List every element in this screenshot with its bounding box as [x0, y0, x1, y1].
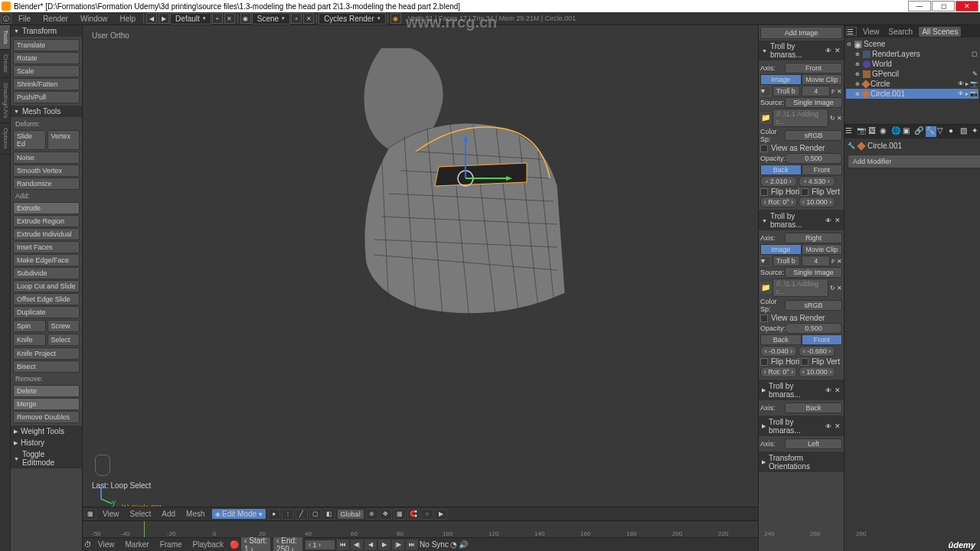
prop-particles-tab-icon[interactable]: ✦ [972, 126, 980, 137]
subdivide-button[interactable]: Subdivide [13, 267, 80, 279]
menu-window[interactable]: Window [74, 15, 114, 23]
img-name-1[interactable]: Troll b [773, 256, 800, 266]
back-0-btn[interactable]: Back [760, 165, 802, 175]
make-edge-face-button[interactable]: Make Edge/Face [13, 254, 80, 266]
screw-button[interactable]: Screw [47, 320, 80, 332]
next-key-icon[interactable]: |▶ [392, 540, 404, 550]
loop-cut-button[interactable]: Loop Cut and Slide [13, 280, 80, 292]
timeline-marker[interactable]: Marker [121, 540, 154, 549]
timeline-icon-a[interactable]: ◔ [450, 540, 457, 549]
view-render-1-check[interactable]: View as Render [760, 314, 842, 322]
menu-view[interactable]: View [98, 510, 124, 518]
tree-world[interactable]: ⊕World [846, 59, 978, 69]
maximize-button[interactable]: ◻ [932, 1, 955, 11]
size-1-field[interactable]: ‹ 10.000 › [799, 367, 835, 377]
play-reverse-icon[interactable]: ◀ [364, 540, 377, 550]
x-1-field[interactable]: ‹ -0.040 › [760, 346, 797, 357]
smooth-vertex-button[interactable]: Smooth Vertex [13, 165, 80, 177]
prop-render-tab-icon[interactable]: 📷 [857, 126, 867, 137]
view3d[interactable]: User Ortho [83, 25, 758, 507]
editor-type-outliner-icon[interactable]: ☰ [846, 27, 857, 36]
tree-gpencil[interactable]: ⊕GPencil✎ [846, 69, 978, 79]
panel-weighttools-header[interactable]: ▶Weight Tools [11, 425, 82, 437]
bgimage-1-header[interactable]: ▼Troll by bmaras...👁✕ [759, 210, 844, 230]
add-image-button[interactable]: Add Image [760, 27, 842, 39]
front-1-btn[interactable]: Front [802, 334, 843, 345]
prop-edit-icon[interactable]: ○ [421, 509, 433, 520]
tab-create[interactable]: Create [0, 50, 10, 78]
limit-sel-icon[interactable]: ◧ [323, 509, 335, 520]
del-scene-icon[interactable]: ✕ [303, 13, 314, 24]
prop-constraints-tab-icon[interactable]: 🔗 [914, 126, 925, 137]
timeline-view[interactable]: View [93, 540, 119, 549]
timeline-icon-b[interactable]: 🔊 [459, 540, 468, 549]
manipulator-icon[interactable]: ✥ [380, 509, 392, 520]
select-face-icon[interactable]: ▢ [309, 509, 322, 520]
knife-project-button[interactable]: Knife Project [13, 347, 80, 360]
tab-image-1[interactable]: Image [760, 244, 802, 255]
editor-type-3d-icon[interactable]: ▦ [84, 509, 96, 520]
transform-orient-header[interactable]: ▶Transform Orientations [759, 452, 844, 472]
outliner-view[interactable]: View [860, 28, 883, 36]
tab-shading[interactable]: Shading/UVs [0, 78, 10, 124]
tab-image-0[interactable]: Image [760, 74, 802, 85]
rewind-start-icon[interactable]: ⏮ [337, 540, 349, 550]
menu-add[interactable]: Add [157, 510, 180, 518]
extrude-region-button[interactable]: Extrude Region [13, 215, 80, 227]
orientation-dropdown[interactable]: Global [337, 509, 364, 520]
x-0-field[interactable]: ‹ 2.010 › [760, 176, 797, 187]
img-browse-0-icon[interactable]: ▾ [760, 86, 771, 96]
file-0-field[interactable]: //..\1.1 Adding r... [773, 109, 828, 127]
fliph-1-check[interactable]: Flip Hori [760, 357, 799, 366]
current-frame-field[interactable]: ‹ 1 › [305, 540, 335, 550]
prop-material-tab-icon[interactable]: ● [949, 126, 959, 137]
panel-history-header[interactable]: ▶History [11, 437, 82, 448]
rotate-button[interactable]: Rotate [13, 52, 80, 64]
shading-solid-icon[interactable]: ● [268, 509, 280, 520]
timeline-track[interactable]: -50 -40 -20 0 20 40 60 80 100 120 140 16… [83, 521, 758, 537]
render-icon[interactable]: ◉ [390, 13, 401, 24]
slide-edge-button[interactable]: Slide Ed [13, 130, 46, 150]
prop-scene-tab-icon[interactable]: ◉ [880, 126, 890, 137]
push-pull-button[interactable]: Push/Pull [13, 91, 80, 103]
panel-meshtools-header[interactable]: ▼Mesh Tools [11, 106, 82, 117]
timeline-cursor[interactable] [144, 521, 145, 537]
tree-circle[interactable]: ⊕Circle👁 ▸ 📷 [846, 79, 978, 89]
flipv-1-check[interactable]: Flip Vert [801, 357, 840, 366]
menu-render[interactable]: Render [37, 15, 74, 23]
prop-data-tab-icon[interactable]: ▽ [937, 126, 948, 137]
outliner-search[interactable]: Search [886, 28, 916, 36]
opacity-0-field[interactable]: 0.500 [785, 153, 842, 164]
play-icon[interactable]: ▶ [378, 540, 390, 550]
tab-options[interactable]: Options [0, 123, 10, 155]
scene-dropdown[interactable]: Scene▾ [252, 13, 290, 24]
close-button[interactable]: ✕ [956, 1, 978, 11]
timeline-frame[interactable]: Frame [155, 540, 187, 549]
delete-button[interactable]: Delete [13, 385, 80, 397]
select-button[interactable]: Select [47, 334, 80, 346]
pivot-icon[interactable]: ⊕ [366, 509, 378, 520]
spin-button[interactable]: Spin [13, 320, 46, 332]
prop-world-tab-icon[interactable]: 🌐 [891, 126, 902, 137]
extrude-button[interactable]: Extrude [13, 202, 80, 214]
del-layout-icon[interactable]: ✕ [224, 13, 235, 24]
tree-circle001[interactable]: ⊕Circle.001👁 ▸ 📷 [846, 89, 978, 99]
merge-button[interactable]: Merge [13, 398, 80, 410]
layout-dropdown[interactable]: Default▾ [170, 13, 211, 24]
flipv-0-check[interactable]: Flip Vert [801, 187, 840, 196]
y-1-field[interactable]: ‹ -0.680 › [799, 346, 835, 357]
add-modifier-button[interactable]: Add Modifier [848, 155, 980, 168]
menu-help[interactable]: Help [114, 15, 142, 23]
colorsp-0-dropdown[interactable]: sRGB [785, 130, 842, 141]
back-1-btn[interactable]: Back [760, 334, 802, 345]
axis-1-dropdown[interactable]: Right [785, 233, 842, 243]
scale-button[interactable]: Scale [13, 65, 80, 77]
snap-icon[interactable]: 🧲 [407, 509, 420, 520]
tree-renderlayers[interactable]: ⊕RenderLayers▢ [846, 49, 978, 59]
tab-movie-0[interactable]: Movie Clip [802, 74, 843, 85]
select-edge-icon[interactable]: ╱ [296, 509, 308, 520]
remove-doubles-button[interactable]: Remove Doubles [13, 411, 80, 423]
source-0-dropdown[interactable]: Single Image [785, 97, 842, 108]
mode-dropdown[interactable]: ◈ Edit Mode ▾ [211, 508, 266, 520]
editor-type-icon[interactable]: ⓘ [1, 13, 11, 24]
